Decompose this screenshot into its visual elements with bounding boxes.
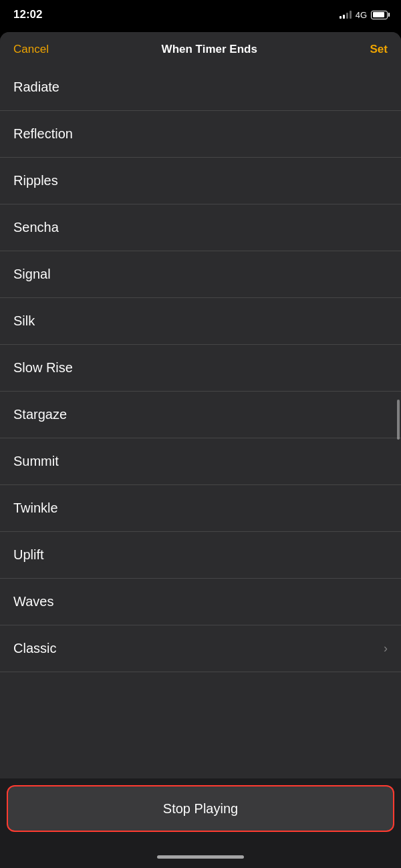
stop-playing-label: Stop Playing xyxy=(163,801,238,817)
list-item-label: Silk xyxy=(13,313,35,329)
list-item-waves[interactable]: Waves xyxy=(0,579,401,625)
list-item-label: Radiate xyxy=(13,80,59,95)
home-bar xyxy=(157,855,244,859)
list-item-slow-rise[interactable]: Slow Rise xyxy=(0,345,401,392)
set-button[interactable]: Set xyxy=(370,43,388,56)
list-item-label: Waves xyxy=(13,594,53,609)
modal-title: When Timer Ends xyxy=(162,43,257,56)
list-item-summit[interactable]: Summit xyxy=(0,438,401,485)
list-item-uplift[interactable]: Uplift xyxy=(0,532,401,579)
modal-header: Cancel When Timer Ends Set xyxy=(0,32,401,64)
battery-icon xyxy=(371,11,388,19)
list-item-reflection[interactable]: Reflection xyxy=(0,111,401,158)
chevron-right-icon: › xyxy=(384,641,388,656)
status-icons: 4G xyxy=(340,10,388,20)
list-item-label: Slow Rise xyxy=(13,360,73,376)
list-item-stargaze[interactable]: Stargaze xyxy=(0,392,401,438)
list-item-label: Summit xyxy=(13,454,59,469)
stop-playing-button[interactable]: Stop Playing xyxy=(7,785,394,832)
list-item-radiate[interactable]: Radiate xyxy=(0,64,401,111)
status-time: 12:02 xyxy=(13,8,42,21)
signal-icon xyxy=(340,11,352,19)
list-item-ripples[interactable]: Ripples xyxy=(0,158,401,204)
list-item-label: Uplift xyxy=(13,547,44,563)
list-item-signal[interactable]: Signal xyxy=(0,251,401,298)
list-item-label: Stargaze xyxy=(13,407,67,422)
list-item-label: Reflection xyxy=(13,126,73,142)
list-item-label: Twinkle xyxy=(13,500,58,516)
list-item-label: Ripples xyxy=(13,173,58,188)
stop-playing-container: Stop Playing xyxy=(0,778,401,845)
list-item-label: Signal xyxy=(13,267,51,282)
list-item-label: Classic xyxy=(13,641,56,656)
home-indicator xyxy=(0,845,401,868)
list-item-sencha[interactable]: Sencha xyxy=(0,204,401,251)
ringtone-list[interactable]: Radiate Reflection Ripples Sencha Signal… xyxy=(0,64,401,778)
list-item-label: Sencha xyxy=(13,220,59,235)
list-item-twinkle[interactable]: Twinkle xyxy=(0,485,401,532)
network-label: 4G xyxy=(356,10,367,20)
list-item-classic[interactable]: Classic › xyxy=(0,625,401,672)
status-bar: 12:02 4G xyxy=(0,0,401,29)
modal: Cancel When Timer Ends Set Radiate Refle… xyxy=(0,32,401,868)
cancel-button[interactable]: Cancel xyxy=(13,43,49,56)
list-item-silk[interactable]: Silk xyxy=(0,298,401,345)
